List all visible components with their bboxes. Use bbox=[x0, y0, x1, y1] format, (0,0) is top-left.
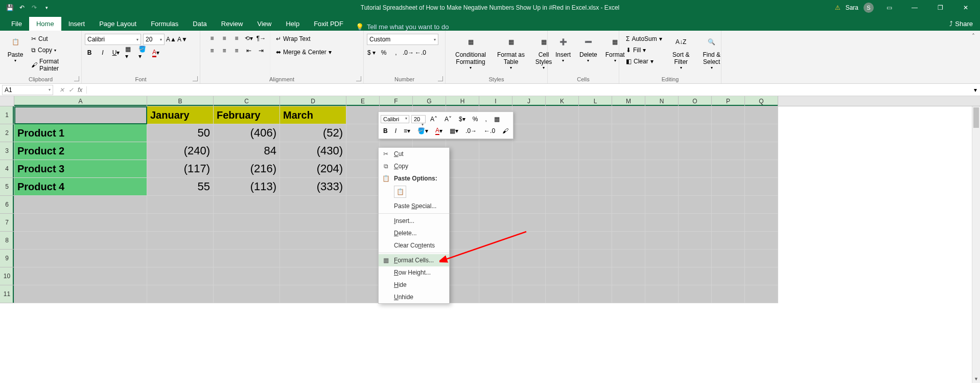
name-box[interactable]: A1 bbox=[2, 85, 53, 95]
cell[interactable] bbox=[612, 250, 645, 267]
qat-customize-icon[interactable]: ▾ bbox=[42, 3, 51, 12]
accounting-format-icon[interactable]: $ ▾ bbox=[367, 48, 376, 57]
cell[interactable] bbox=[214, 250, 280, 267]
cell[interactable] bbox=[446, 178, 479, 196]
tab-review[interactable]: Review bbox=[214, 17, 250, 31]
cell[interactable] bbox=[645, 124, 679, 142]
cell[interactable] bbox=[645, 232, 679, 250]
cell[interactable] bbox=[512, 267, 546, 285]
row-header[interactable]: 2 bbox=[0, 124, 14, 142]
format-painter-button[interactable]: 🖌Format Painter bbox=[28, 56, 78, 74]
cell[interactable] bbox=[612, 124, 645, 142]
cell[interactable] bbox=[512, 196, 546, 214]
fill-button[interactable]: ⬇Fill ▾ bbox=[622, 45, 666, 55]
cell[interactable] bbox=[612, 196, 645, 214]
italic-button[interactable]: I bbox=[98, 48, 107, 57]
ctx-hide[interactable]: Hide bbox=[379, 279, 449, 291]
mini-bold-icon[interactable]: B bbox=[381, 126, 390, 136]
formula-input[interactable] bbox=[87, 85, 971, 95]
row-header[interactable]: 4 bbox=[0, 160, 14, 178]
cell[interactable] bbox=[579, 232, 612, 250]
cell[interactable] bbox=[446, 142, 479, 160]
user-avatar[interactable]: S bbox=[864, 3, 874, 13]
font-color-button[interactable]: A▾ bbox=[151, 48, 160, 57]
cell[interactable] bbox=[512, 232, 546, 250]
cell[interactable] bbox=[446, 232, 479, 250]
cell[interactable] bbox=[346, 250, 380, 267]
cell[interactable] bbox=[479, 250, 512, 267]
enter-formula-icon[interactable]: ✓ bbox=[68, 86, 74, 94]
cell[interactable] bbox=[645, 267, 679, 285]
cell[interactable] bbox=[512, 106, 546, 124]
font-size-select[interactable]: 20 bbox=[143, 34, 165, 45]
row-header[interactable]: 5 bbox=[0, 178, 14, 196]
align-left-icon[interactable]: ≡ bbox=[207, 46, 217, 55]
cell[interactable]: (333) bbox=[280, 178, 346, 196]
cell[interactable] bbox=[679, 285, 712, 303]
merge-center-button[interactable]: ⬌Merge & Center ▾ bbox=[272, 47, 335, 57]
cell[interactable] bbox=[712, 232, 745, 250]
cell[interactable]: (117) bbox=[147, 160, 214, 178]
cell[interactable] bbox=[579, 142, 612, 160]
cell[interactable] bbox=[512, 160, 546, 178]
cell[interactable] bbox=[745, 267, 778, 285]
cell[interactable] bbox=[679, 250, 712, 267]
tab-file[interactable]: File bbox=[4, 17, 29, 31]
cell[interactable] bbox=[645, 142, 679, 160]
mini-accounting-icon[interactable]: $▾ bbox=[456, 114, 468, 124]
fill-color-button[interactable]: 🪣▾ bbox=[138, 48, 147, 57]
cell[interactable] bbox=[712, 214, 745, 232]
increase-font-icon[interactable]: A▲ bbox=[167, 35, 176, 44]
row-header[interactable]: 8 bbox=[0, 232, 14, 250]
cell[interactable] bbox=[745, 142, 778, 160]
cell[interactable] bbox=[712, 250, 745, 267]
cell[interactable] bbox=[512, 178, 546, 196]
cell[interactable] bbox=[745, 124, 778, 142]
mini-merge-icon[interactable]: ▦ bbox=[492, 114, 502, 124]
cell[interactable] bbox=[214, 285, 280, 303]
cell[interactable] bbox=[147, 232, 214, 250]
tab-insert[interactable]: Insert bbox=[61, 17, 92, 31]
tab-foxit-pdf[interactable]: Foxit PDF bbox=[307, 17, 351, 31]
col-header-P[interactable]: P bbox=[712, 96, 745, 106]
cell[interactable] bbox=[745, 285, 778, 303]
mini-percent-icon[interactable]: % bbox=[470, 114, 481, 124]
col-header-F[interactable]: F bbox=[380, 96, 413, 106]
cell[interactable] bbox=[679, 142, 712, 160]
scroll-down-icon[interactable]: ▼ bbox=[972, 375, 980, 383]
mini-font-size[interactable]: 20 bbox=[411, 115, 426, 123]
mini-align-icon[interactable]: ≡▾ bbox=[401, 126, 413, 136]
cell[interactable] bbox=[346, 142, 380, 160]
cell[interactable] bbox=[546, 124, 579, 142]
cell[interactable] bbox=[147, 267, 214, 285]
ctx-unhide[interactable]: Unhide bbox=[379, 291, 449, 303]
cut-button[interactable]: ✂Cut bbox=[28, 34, 78, 44]
mini-font-color-icon[interactable]: A▾ bbox=[433, 125, 445, 137]
cell[interactable] bbox=[346, 178, 380, 196]
decrease-font-icon[interactable]: A▼ bbox=[178, 35, 187, 44]
clear-button[interactable]: ◧Clear ▾ bbox=[622, 56, 666, 66]
cell[interactable] bbox=[679, 178, 712, 196]
comma-format-icon[interactable]: , bbox=[391, 48, 401, 57]
col-header-N[interactable]: N bbox=[645, 96, 679, 106]
ltr-icon[interactable]: ¶→ bbox=[256, 34, 266, 43]
cell[interactable] bbox=[712, 196, 745, 214]
cell[interactable] bbox=[745, 106, 778, 124]
cell[interactable]: (113) bbox=[214, 178, 280, 196]
cell[interactable] bbox=[679, 160, 712, 178]
cell[interactable]: (406) bbox=[214, 124, 280, 142]
cell[interactable] bbox=[612, 142, 645, 160]
cell[interactable]: January bbox=[147, 106, 214, 124]
cell[interactable] bbox=[546, 178, 579, 196]
tab-view[interactable]: View bbox=[250, 17, 278, 31]
cell[interactable] bbox=[579, 160, 612, 178]
cell[interactable] bbox=[745, 160, 778, 178]
col-header-I[interactable]: I bbox=[479, 96, 512, 106]
fx-icon[interactable]: fx bbox=[78, 86, 82, 94]
cell[interactable] bbox=[14, 214, 147, 232]
cell[interactable] bbox=[280, 196, 346, 214]
cell[interactable] bbox=[479, 178, 512, 196]
cell[interactable] bbox=[579, 214, 612, 232]
row-header[interactable]: 3 bbox=[0, 142, 14, 160]
worksheet-grid[interactable]: A B C D E F G H I J K L M N O P Q 1Janua… bbox=[0, 96, 980, 383]
